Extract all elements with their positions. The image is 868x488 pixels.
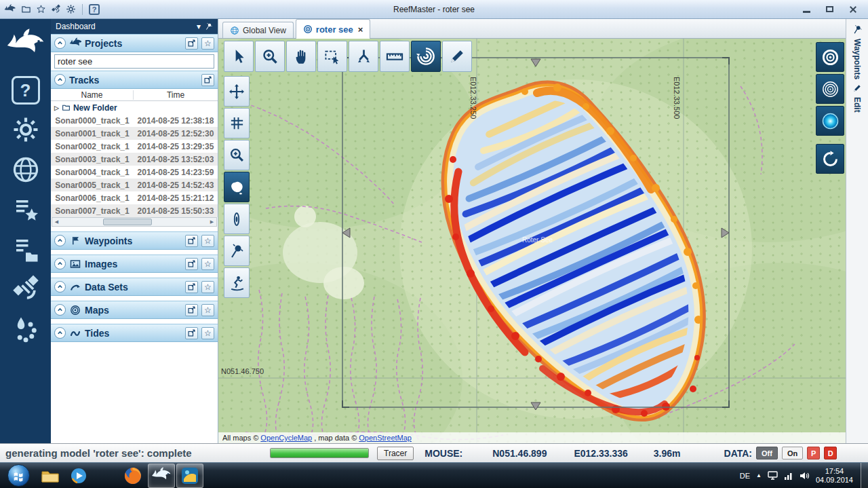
nav-web[interactable] (11, 155, 41, 185)
data-off-button[interactable]: Off (756, 447, 778, 459)
add-project-button[interactable] (185, 37, 198, 50)
pan-tool-button[interactable] (286, 41, 316, 72)
table-row[interactable]: Sonar0005_track_12014-08-25 14:52:43 (51, 179, 218, 191)
star-image-button[interactable]: ☆ (201, 258, 214, 270)
taskbar-media-player[interactable] (65, 464, 92, 488)
scroll-right-icon[interactable]: ▶ (208, 219, 216, 225)
taskbar-reefmaster[interactable] (148, 464, 175, 488)
star-dataset-button[interactable]: ☆ (201, 281, 214, 293)
table-row[interactable]: Sonar0000_track_12014-08-25 12:38:18 (51, 114, 218, 127)
map-svg[interactable]: E012.33.250 E012.33.500 N051.46.750 Rote… (218, 39, 846, 443)
collapse-button[interactable] (54, 327, 66, 339)
tracks-horizontal-scrollbar[interactable]: ◀ ▶ (52, 217, 217, 227)
scrollbar-thumb[interactable] (103, 219, 152, 225)
column-time[interactable]: Time (134, 90, 218, 100)
project-name-input[interactable] (54, 54, 214, 69)
waypoint-style-rings-button[interactable] (816, 74, 844, 104)
scroll-left-icon[interactable]: ◀ (52, 219, 61, 225)
language-indicator[interactable]: DE (740, 472, 750, 480)
collapse-button[interactable] (54, 281, 66, 293)
expander-icon[interactable]: ▷ (54, 105, 59, 111)
table-row[interactable]: Sonar0006_track_12014-08-25 15:21:12 (51, 191, 218, 204)
data-d-button[interactable]: D (824, 447, 837, 459)
section-images[interactable]: Images ☆ (51, 255, 218, 273)
favorite-star-icon[interactable] (36, 4, 46, 14)
tab-global-view[interactable]: Global View (222, 22, 294, 38)
open-folder-icon[interactable] (21, 4, 31, 14)
section-projects[interactable]: Projects ☆ (51, 34, 218, 52)
pin-drop-button[interactable] (224, 236, 250, 266)
speaker-icon[interactable] (800, 472, 810, 480)
add-map-button[interactable] (185, 304, 198, 316)
section-tracks[interactable]: Tracks (51, 71, 218, 89)
taskbar-viewer-app[interactable] (176, 464, 203, 488)
table-row[interactable]: Sonar0002_track_12014-08-25 13:29:35 (51, 140, 218, 153)
grid-toggle-button[interactable] (224, 108, 250, 138)
tracks-table-header[interactable]: Name Time (51, 89, 218, 101)
opencyclemap-link[interactable]: OpenCycleMap (260, 434, 312, 442)
column-name[interactable]: Name (51, 90, 134, 100)
draw-tool-button[interactable] (442, 41, 472, 72)
move-map-button[interactable] (224, 76, 250, 107)
tracer-button[interactable]: Tracer (377, 447, 414, 460)
collapse-button[interactable] (54, 235, 66, 246)
nav-tides[interactable] (12, 315, 40, 343)
star-waypoint-button[interactable]: ☆ (201, 235, 214, 247)
display-tray-icon[interactable] (768, 471, 778, 480)
data-on-button[interactable]: On (782, 447, 803, 459)
nav-project-lists[interactable] (12, 235, 40, 263)
split-track-tool-button[interactable] (349, 41, 378, 72)
nav-settings[interactable] (12, 115, 40, 144)
dashboard-header[interactable]: Dashboard ▾ (51, 19, 218, 34)
start-button[interactable] (7, 464, 30, 487)
help-icon[interactable]: ? (89, 4, 100, 15)
magnify-button[interactable] (224, 140, 250, 170)
table-row[interactable]: Sonar0001_track_12014-08-25 12:52:30 (51, 127, 218, 140)
star-map-button[interactable]: ☆ (201, 304, 214, 316)
network-bars-icon[interactable] (784, 472, 793, 480)
refresh-style-button[interactable] (816, 144, 844, 174)
star-project-button[interactable]: ☆ (201, 37, 214, 50)
collapse-button[interactable] (54, 74, 66, 86)
table-row[interactable]: Sonar0003_track_12014-08-25 13:52:03 (51, 153, 218, 166)
nav-home-shark[interactable] (6, 26, 45, 65)
map-canvas[interactable]: E012.33.250 E012.33.500 N051.46.750 Rote… (218, 39, 846, 443)
add-image-button[interactable] (185, 258, 198, 270)
table-row[interactable]: Sonar0004_track_12014-08-25 14:23:59 (51, 166, 218, 179)
add-waypoint-button[interactable] (185, 235, 198, 247)
data-p-button[interactable]: P (807, 447, 820, 459)
panel-tab-waypoints[interactable]: Waypoints (852, 39, 862, 79)
nav-gps[interactable] (11, 274, 41, 304)
sonar-tool-button[interactable] (411, 41, 441, 72)
edit-pencil-icon[interactable] (852, 83, 862, 93)
nav-help[interactable]: ? (12, 76, 40, 105)
select-tool-button[interactable] (224, 41, 254, 72)
minimize-button[interactable] (797, 3, 815, 16)
title-bar[interactable]: ? ReefMaster - roter see (0, 0, 868, 19)
taskbar-firefox[interactable] (119, 464, 146, 488)
add-tide-button[interactable] (185, 327, 198, 339)
settings-gear-icon[interactable] (66, 4, 76, 14)
star-tide-button[interactable]: ☆ (201, 327, 214, 339)
pin-icon[interactable] (205, 22, 213, 31)
add-track-button[interactable] (201, 74, 214, 86)
nav-waypoint-lists[interactable] (12, 195, 40, 224)
openstreetmap-link[interactable]: OpenStreetMap (359, 434, 412, 442)
box-select-tool-button[interactable] (317, 41, 347, 72)
show-desktop-button[interactable] (861, 463, 868, 488)
section-waypoints[interactable]: Waypoints ☆ (51, 231, 218, 250)
dashboard-dropdown-icon[interactable]: ▾ (197, 22, 201, 31)
pin-panel-icon[interactable] (852, 24, 863, 35)
folder-row[interactable]: ▷ New Folder (51, 101, 218, 114)
section-tides[interactable]: Tides ☆ (51, 324, 218, 342)
waterski-overlay-button[interactable] (224, 267, 250, 298)
panel-tab-edit[interactable]: Edit (852, 97, 862, 113)
close-button[interactable] (844, 3, 861, 16)
table-row[interactable]: Sonar0007_track_12014-08-25 15:50:33 (51, 204, 218, 217)
section-datasets[interactable]: Data Sets ☆ (51, 278, 218, 296)
collapse-button[interactable] (54, 304, 66, 316)
measure-tool-button[interactable] (380, 41, 410, 72)
waypoint-style-bullseye-button[interactable] (816, 42, 844, 72)
zoom-tool-button[interactable] (255, 41, 285, 72)
tray-expand-icon[interactable]: ▲ (756, 472, 762, 478)
